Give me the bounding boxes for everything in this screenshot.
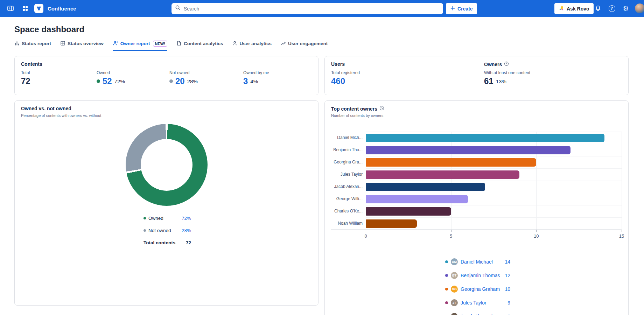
x-axis-tick-label: 5 bbox=[450, 233, 452, 239]
bar-category-label: Charles O'Ke... bbox=[331, 205, 366, 217]
app-name: Confluence bbox=[48, 6, 76, 12]
donut-total-row: Total contents72 bbox=[144, 237, 191, 249]
status-overview-icon bbox=[60, 41, 65, 47]
tab-owner-report[interactable]: Owner reportNEW! bbox=[113, 40, 167, 51]
x-axis-tick-label: 15 bbox=[619, 233, 624, 239]
owner-report-icon bbox=[113, 40, 118, 47]
owner-name-link[interactable]: Daniel Michael bbox=[461, 259, 493, 265]
bar-track bbox=[366, 217, 622, 230]
owned-donut-chart[interactable] bbox=[126, 124, 208, 206]
owner-avatar: JT bbox=[451, 299, 458, 306]
help-icon[interactable]: ? bbox=[606, 3, 617, 14]
bar[interactable] bbox=[366, 195, 468, 203]
metric-number: 3 bbox=[243, 76, 248, 86]
axis-tick bbox=[536, 230, 537, 232]
bar[interactable] bbox=[366, 146, 570, 154]
create-button[interactable]: Create bbox=[446, 3, 477, 14]
bars-card-subtitle: Number of contents by owners bbox=[331, 113, 383, 118]
bar-category-label: George Willi... bbox=[331, 193, 366, 205]
new-badge: NEW! bbox=[153, 41, 167, 47]
owner-name-link[interactable]: Jules Taylor bbox=[461, 300, 486, 306]
owner-legend-item[interactable]: JTJules Taylor9 bbox=[445, 296, 510, 309]
bar-track bbox=[366, 193, 622, 205]
total-value: 72 bbox=[186, 240, 191, 245]
settings-gear-icon[interactable]: ⚙ bbox=[620, 3, 631, 14]
bar-track bbox=[366, 156, 622, 168]
metric-label: Owned by me bbox=[243, 70, 269, 75]
metric-value: 2028% bbox=[169, 76, 198, 86]
bar-category-label: Daniel Mich... bbox=[331, 132, 366, 144]
x-axis-tick-label: 10 bbox=[534, 233, 539, 239]
tab-label: Status overview bbox=[68, 41, 104, 46]
metric-value: 72 bbox=[21, 76, 30, 86]
bar-row: Georgina Gra... bbox=[331, 156, 622, 168]
sidebar-toggle-icon[interactable] bbox=[5, 3, 16, 14]
ask-rovo-button[interactable]: Ask Rovo bbox=[554, 3, 594, 14]
owner-legend-item[interactable]: GGGeorgina Graham10 bbox=[445, 282, 510, 296]
content-analytics-icon bbox=[176, 41, 182, 47]
bar-row: Benjamin Tho... bbox=[331, 144, 622, 156]
metric-number: 20 bbox=[175, 76, 185, 86]
tab-content-analytics[interactable]: Content analytics bbox=[176, 40, 223, 51]
users-value: 460 bbox=[331, 76, 345, 86]
bar[interactable] bbox=[366, 134, 604, 142]
owners-label: With at least one content bbox=[484, 70, 530, 75]
bar[interactable] bbox=[366, 170, 519, 179]
owners-title: Owners bbox=[484, 62, 502, 67]
legend-dot bbox=[445, 301, 448, 304]
bar-category-label: Georgina Gra... bbox=[331, 156, 366, 168]
bar-track bbox=[366, 181, 622, 193]
gridline bbox=[622, 132, 622, 230]
bar[interactable] bbox=[366, 207, 451, 216]
metric-pct: 28% bbox=[187, 78, 198, 84]
user-avatar[interactable] bbox=[634, 3, 644, 14]
notifications-bell-icon[interactable] bbox=[592, 3, 603, 14]
tab-user-engagement[interactable]: User engagement bbox=[281, 40, 328, 51]
donut-legend-item[interactable]: Owned72% bbox=[144, 212, 191, 224]
confluence-logo[interactable] bbox=[34, 4, 43, 13]
donut-card-title: Owned vs. not owned bbox=[21, 106, 71, 111]
tab-user-analytics[interactable]: User analytics bbox=[232, 40, 272, 51]
owner-legend-item[interactable]: BTBenjamin Thomas12 bbox=[445, 268, 510, 282]
owner-name-link[interactable]: Benjamin Thomas bbox=[461, 273, 500, 278]
metric-label: Not owned bbox=[169, 70, 189, 75]
bar-track bbox=[366, 205, 622, 217]
clock-icon bbox=[504, 61, 509, 67]
search-input[interactable] bbox=[184, 6, 440, 12]
owner-name-link[interactable]: Jacob Alexander bbox=[461, 314, 497, 315]
bar-row: Noah William bbox=[331, 217, 622, 230]
tab-status-overview[interactable]: Status overview bbox=[60, 40, 104, 51]
bar[interactable] bbox=[366, 183, 485, 191]
bar[interactable] bbox=[366, 219, 417, 228]
owner-content-count: 7 bbox=[507, 314, 510, 315]
legend-dot bbox=[144, 217, 146, 219]
user-engagement-icon bbox=[281, 41, 286, 47]
app-switcher-icon[interactable] bbox=[20, 3, 31, 14]
metric-pct: 72% bbox=[114, 78, 125, 84]
axis-tick bbox=[622, 230, 622, 232]
owner-content-count: 12 bbox=[505, 273, 510, 278]
owner-legend-item[interactable]: DMDaniel Michael14 bbox=[445, 255, 510, 268]
owned-vs-not-owned-card: Owned vs. not owned Percentage of conten… bbox=[14, 100, 318, 306]
legend-dot bbox=[144, 229, 146, 232]
legend-dot bbox=[445, 288, 448, 290]
legend-value: 28% bbox=[182, 228, 191, 233]
search-icon bbox=[175, 5, 181, 12]
bar[interactable] bbox=[366, 158, 536, 167]
legend-label: Owned bbox=[148, 216, 163, 221]
users-label: Total registered bbox=[331, 70, 360, 75]
bar-track bbox=[366, 132, 622, 144]
metric-label: Total bbox=[21, 70, 30, 75]
owners-value: 61 bbox=[484, 76, 493, 86]
owner-legend-item[interactable]: JAJacob Alexander7 bbox=[445, 309, 510, 315]
search-bar[interactable] bbox=[172, 3, 443, 14]
top-content-owners-card: Top content owners Number of contents by… bbox=[324, 100, 629, 315]
owner-name-link[interactable]: Georgina Graham bbox=[461, 286, 500, 292]
donut-legend: Owned72%Not owned28%Total contents72 bbox=[144, 212, 191, 249]
legend-value: 72% bbox=[182, 216, 191, 221]
owners-pct: 13% bbox=[496, 78, 506, 84]
contents-card-title: Contents bbox=[21, 61, 42, 67]
donut-legend-item[interactable]: Not owned28% bbox=[144, 224, 191, 237]
tab-status-report[interactable]: Status report bbox=[14, 40, 51, 51]
tab-bar: Status reportStatus overviewOwner report… bbox=[14, 40, 328, 51]
